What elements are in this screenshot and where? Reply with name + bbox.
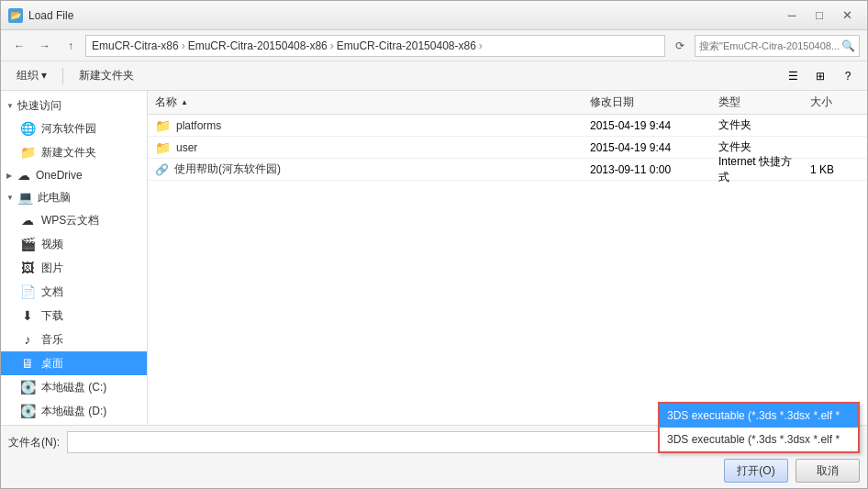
sidebar-item-desktop[interactable]: 🖥 桌面 xyxy=(1,351,147,375)
dropdown-option-1[interactable]: 3DS executable (*.3ds *.3dsx *.elf * xyxy=(660,404,858,428)
sidebar-item-label: 新建文件夹 xyxy=(41,145,96,161)
sidebar-item-videos[interactable]: 🎬 视频 xyxy=(1,232,147,256)
sort-arrow-icon: ▲ xyxy=(181,98,188,106)
sidebar-item-label: 音乐 xyxy=(41,332,63,348)
sidebar-group-onedrive[interactable]: ▶ ☁ OneDrive xyxy=(1,164,147,186)
desktop-icon: 🖥 xyxy=(19,356,36,371)
file-type: Internet 快捷方式 xyxy=(711,154,803,185)
filetype-dropdown-popup: 3DS executable (*.3ds *.3dsx *.elf * 3DS… xyxy=(658,402,860,453)
dropdown-option-2[interactable]: 3DS executable (*.3ds *.3dsx *.elf * xyxy=(660,428,858,451)
path-segment-2: EmuCR-Citra-20150408-x86 xyxy=(188,39,328,52)
search-input[interactable] xyxy=(699,40,841,51)
app-icon: 📂 xyxy=(8,8,23,23)
cancel-button[interactable]: 取消 xyxy=(796,459,860,483)
sidebar-item-downloads[interactable]: ⬇ 下载 xyxy=(1,304,147,328)
sidebar-item-label: 本地磁盘 (D:) xyxy=(41,404,106,419)
disk-d-icon: 💽 xyxy=(19,404,36,418)
picture-icon: 🖼 xyxy=(19,261,36,275)
refresh-button[interactable]: ⟳ xyxy=(669,35,691,57)
file-name-cell: 📁 platforms xyxy=(148,118,583,133)
folder-icon: 📁 xyxy=(155,118,171,133)
close-button[interactable]: ✕ xyxy=(834,5,860,27)
filename-input[interactable] xyxy=(67,431,687,453)
col-header-size[interactable]: 大小 xyxy=(803,94,867,110)
col-header-type[interactable]: 类型 xyxy=(711,94,803,110)
open-button[interactable]: 打开(O) xyxy=(724,459,788,483)
folder-icon: 📁 xyxy=(155,140,171,155)
disk-c-icon: 💽 xyxy=(19,380,36,395)
file-type: 文件夹 xyxy=(711,139,803,155)
shortcut-icon: 🔗 xyxy=(155,163,169,176)
download-icon: ⬇ xyxy=(19,308,36,323)
sidebar-item-pictures[interactable]: 🖼 图片 xyxy=(1,256,147,280)
sidebar-item-label: 河东软件园 xyxy=(41,121,96,137)
sidebar-item-wps[interactable]: ☁ WPS云文档 xyxy=(1,208,147,232)
file-list: 名称 ▲ 修改日期 类型 大小 📁 platforms xyxy=(148,91,867,425)
file-size: 1 KB xyxy=(803,163,867,176)
toolbar: 组织 ▾ 新建文件夹 ☰ ⊞ ? xyxy=(1,61,867,91)
onedrive-icon: ☁ xyxy=(16,168,32,183)
toolbar-right: ☰ ⊞ ? xyxy=(781,65,860,87)
file-type: 文件夹 xyxy=(711,117,803,133)
sidebar-item-label: 此电脑 xyxy=(38,190,71,206)
sidebar-group-quick-access[interactable]: ▼ 快速访问 xyxy=(1,94,147,117)
main-content: ▼ 快速访问 🌐 河东软件园 📁 新建文件夹 ▶ ☁ OneDrive ▼ 💻 … xyxy=(1,91,867,425)
search-box[interactable]: 🔍 xyxy=(695,35,860,57)
view-grid-button[interactable]: ⊞ xyxy=(808,65,832,87)
file-name-cell: 🔗 使用帮助(河东软件园) xyxy=(148,161,583,177)
col-name-label: 名称 xyxy=(155,94,177,110)
sidebar-item-label: WPS云文档 xyxy=(41,213,99,228)
file-name-cell: 📁 user xyxy=(148,140,583,155)
view-help-button[interactable]: ? xyxy=(836,65,860,87)
forward-button[interactable]: → xyxy=(34,35,56,57)
file-date: 2013-09-11 0:00 xyxy=(583,163,711,176)
maximize-button[interactable]: □ xyxy=(807,5,832,27)
sidebar-group-label: 快速访问 xyxy=(17,98,61,114)
title-controls: ─ □ ✕ xyxy=(779,5,860,27)
video-icon: 🎬 xyxy=(19,237,36,251)
up-button[interactable]: ↑ xyxy=(60,35,82,57)
sidebar-item-music[interactable]: ♪ 音乐 xyxy=(1,328,147,351)
computer-icon: 💻 xyxy=(17,190,34,205)
expand-icon: ▼ xyxy=(6,102,14,110)
sidebar-item-local-d[interactable]: 💽 本地磁盘 (D:) xyxy=(1,399,147,423)
file-name: user xyxy=(176,141,197,154)
col-size-label: 大小 xyxy=(810,95,832,108)
sidebar-item-label: 文档 xyxy=(41,284,63,300)
path-segment-3: EmuCR-Citra-20150408-x86 xyxy=(337,39,476,52)
sidebar-group-this-pc[interactable]: ▼ 💻 此电脑 xyxy=(1,186,147,208)
file-row[interactable]: 🔗 使用帮助(河东软件园) 2013-09-11 0:00 Internet 快… xyxy=(148,159,867,181)
title-bar-left: 📂 Load File xyxy=(8,8,73,23)
expand-icon: ▼ xyxy=(6,194,14,202)
minimize-button[interactable]: ─ xyxy=(779,5,805,27)
col-type-label: 类型 xyxy=(718,95,740,108)
dialog-window: 📂 Load File ─ □ ✕ ← → ↑ EmuCR-Citra-x86 … xyxy=(0,0,868,489)
col-header-date[interactable]: 修改日期 xyxy=(583,94,711,110)
expand-icon: ▶ xyxy=(6,172,12,180)
file-date: 2015-04-19 9:44 xyxy=(583,141,711,154)
search-icon: 🔍 xyxy=(841,39,855,52)
title-bar: 📂 Load File ─ □ ✕ xyxy=(1,1,867,30)
sidebar-item-new-folder[interactable]: 📁 新建文件夹 xyxy=(1,140,147,164)
path-segment-1: EmuCR-Citra-x86 xyxy=(92,39,179,52)
wps-icon: ☁ xyxy=(19,213,36,228)
col-header-name[interactable]: 名称 ▲ xyxy=(148,94,583,110)
organize-button[interactable]: 组织 ▾ xyxy=(8,65,55,87)
back-button[interactable]: ← xyxy=(8,35,30,57)
sidebar-item-hd-cloud[interactable]: 🌐 河东软件园 xyxy=(1,117,147,140)
sidebar-item-documents[interactable]: 📄 文档 xyxy=(1,280,147,304)
new-folder-button[interactable]: 新建文件夹 xyxy=(71,65,142,87)
toolbar-separator xyxy=(62,68,63,84)
file-row[interactable]: 📁 platforms 2015-04-19 9:44 文件夹 xyxy=(148,115,867,137)
view-list-button[interactable]: ☰ xyxy=(781,65,805,87)
sidebar-item-label: 视频 xyxy=(41,237,63,252)
sidebar-item-local-c[interactable]: 💽 本地磁盘 (C:) xyxy=(1,375,147,399)
address-path[interactable]: EmuCR-Citra-x86 › EmuCR-Citra-20150408-x… xyxy=(85,35,665,57)
file-list-header: 名称 ▲ 修改日期 类型 大小 xyxy=(148,91,867,115)
file-name: platforms xyxy=(176,119,221,132)
address-bar: ← → ↑ EmuCR-Citra-x86 › EmuCR-Citra-2015… xyxy=(1,30,867,61)
folder-icon: 📁 xyxy=(19,145,36,160)
hd-cloud-icon: 🌐 xyxy=(19,121,36,136)
file-name: 使用帮助(河东软件园) xyxy=(174,161,281,177)
sidebar-item-label: OneDrive xyxy=(36,169,83,182)
